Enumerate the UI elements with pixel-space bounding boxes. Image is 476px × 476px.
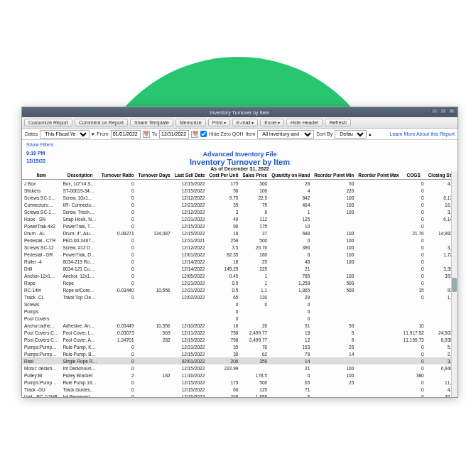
col-header[interactable]: Cost Per Unit <box>207 171 240 180</box>
cell: Snap Hook, N… <box>60 215 99 222</box>
table-row[interactable]: Pedestal - CTRPED-00-3487…012/31/2021258… <box>22 237 458 244</box>
col-header[interactable]: Quantity on Hand <box>269 171 312 180</box>
table-row[interactable]: Screws:SC-12Screw, #12 D…012/12/20223.52… <box>22 244 458 251</box>
col-header[interactable]: COGS <box>401 171 426 180</box>
from-date-input[interactable] <box>111 130 141 139</box>
col-header[interactable]: Reorder Point Min <box>312 171 356 180</box>
col-header[interactable]: Turnover Days <box>136 171 173 180</box>
excel-button[interactable]: Excel <box>260 119 284 126</box>
cell <box>356 194 401 201</box>
share-template-button[interactable]: Share Template <box>130 119 173 126</box>
toolbar: Customize Report Comment on Report Share… <box>22 117 458 129</box>
table-row[interactable]: Anchor:adhe…Adhesive, An…0.0344910,55612… <box>22 322 458 329</box>
item-select[interactable]: All inventory and ass… <box>257 130 314 139</box>
table-row[interactable]: Unit - RC-1/2HPInf Recessed…012/15/20227… <box>22 393 458 397</box>
table-row[interactable]: Connectors:…I/R- Connecto…012/21/2022357… <box>22 201 458 208</box>
email-button[interactable]: E-mail <box>232 119 259 126</box>
table-row[interactable]: Pulley:BrPulley Bracket218211/16/2022178… <box>22 372 458 379</box>
table-row[interactable]: Screws00000 <box>22 301 458 308</box>
comment-report-button[interactable]: Comment on Report <box>75 119 128 126</box>
table-row[interactable]: J BoxBox, 1/2"x4 S…012/15/20221753002650… <box>22 180 458 188</box>
cell: 12/31/2021 <box>173 237 207 244</box>
cell: 50 <box>312 180 356 188</box>
sort-asc-icon[interactable]: ▴ <box>369 131 372 137</box>
cell: 182 <box>136 372 173 379</box>
report-title-block: Advanced Inventory File Inventory Turnov… <box>22 151 458 171</box>
report-table-wrap: ItemDescriptionTurnover RatioTurnover Da… <box>22 171 458 397</box>
table-row[interactable]: Pool Covers0000 <box>22 315 458 322</box>
col-header[interactable]: Sales Price <box>240 171 269 180</box>
cell: 11/16/2022 <box>173 372 207 379</box>
refresh-button[interactable]: Refresh <box>325 119 351 126</box>
to-date-input[interactable] <box>159 130 189 139</box>
print-button[interactable]: Print <box>208 119 230 126</box>
cell: 0 <box>99 258 136 265</box>
hide-zero-label: Hide Zero QOH <box>209 131 244 136</box>
cell: 12/31/2022 <box>173 286 207 293</box>
table-row[interactable]: Pedestal - DRPowerTrak, D…012/01/202282.… <box>22 251 458 258</box>
cell: 175 <box>207 379 240 386</box>
cell: 65 <box>207 293 240 301</box>
cell <box>136 293 173 301</box>
cell <box>60 301 99 308</box>
customize-report-button[interactable]: Customize Report <box>24 119 72 126</box>
table-row[interactable]: Hook - SNSnap Hook, N…012/31/20224911212… <box>22 215 458 222</box>
dates-select[interactable]: This Fiscal Year <box>40 130 90 139</box>
hide-header-button[interactable]: Hide Header <box>286 119 323 126</box>
table-row[interactable]: ReelSingle Rope R…002/01/20222003501403,… <box>22 357 458 364</box>
table-row[interactable]: Track -CLTrack Top Cle…012/02/2022651302… <box>22 293 458 301</box>
table-row[interactable]: Track -GUTrack Guides…012/15/20226012571… <box>22 386 458 393</box>
cell <box>356 237 401 244</box>
col-header[interactable]: Turnover Ratio <box>99 171 136 180</box>
table-row[interactable]: PowerTrak-4x2PowerTrak, T…012/15/2022901… <box>22 222 458 229</box>
cell: 49 <box>207 215 240 222</box>
table-row[interactable]: Pool Covers:C…Pool Cover, A…1.2470128212… <box>22 336 458 343</box>
calendar-icon[interactable]: 📅 <box>143 131 150 138</box>
cell: 100 <box>312 251 356 258</box>
cell: 26 <box>269 180 312 188</box>
col-header[interactable]: Description <box>60 171 99 180</box>
scroll-thumb[interactable] <box>452 278 457 292</box>
cell <box>99 315 136 322</box>
memorize-button[interactable]: Memorize <box>175 119 206 126</box>
table-row[interactable]: Pumps:Pump…Rule Pump, K…012/31/202235701… <box>22 343 458 350</box>
cell: 222.99 <box>207 364 240 372</box>
cell: 0 <box>99 279 136 286</box>
calendar-icon[interactable]: 📅 <box>191 131 198 138</box>
col-header[interactable]: Last Sell Date <box>173 171 207 180</box>
cell: 0 <box>401 180 426 188</box>
table-row[interactable]: Drill8034-121 Co…012/14/2022145.25225210… <box>22 265 458 272</box>
table-row[interactable]: Screws:SC-1…Screw, 10x1…012/12/20229.752… <box>22 194 458 201</box>
cell: 35 <box>207 201 240 208</box>
table-row[interactable]: StickersST-00019-34…012/15/2022501004220… <box>22 187 458 194</box>
table-row[interactable]: Drum - ALDrum, 4", Alu…0.08271134,08712/… <box>22 229 458 237</box>
show-filters-link[interactable]: Show Filters <box>22 140 458 149</box>
maximize-button[interactable]: □ <box>440 108 447 114</box>
table-row[interactable]: Roller -48034-219 Ro…012/14/202218254810… <box>22 258 458 265</box>
table-row[interactable]: Pool Covers:C…Pool Cover, L…0.0307356912… <box>22 329 458 336</box>
table-row[interactable]: Pumps:Pump…Rule Pump 18…012/15/202217550… <box>22 379 458 386</box>
hide-zero-qoh-checkbox[interactable] <box>200 131 207 137</box>
col-header[interactable]: Item <box>22 171 60 180</box>
cell: Rope w/Core… <box>60 286 99 293</box>
table-row[interactable]: Motor: deckm…Inf Deckmoun…012/15/2022222… <box>22 364 458 372</box>
sortby-select[interactable]: Default <box>335 130 367 139</box>
table-row[interactable]: Pumps00 <box>22 308 458 315</box>
table-row[interactable]: Screws:SC-1…Screw, Trech…012/12/20223611… <box>22 208 458 215</box>
table-row[interactable]: RC-14inRope w/Core…0.0344010,55612/31/20… <box>22 286 458 293</box>
learn-more-link[interactable]: Learn More About this Report <box>390 131 455 136</box>
cell: 134,087 <box>136 229 173 237</box>
close-button[interactable]: × <box>448 108 455 114</box>
scrollbar-vertical[interactable] <box>451 171 458 397</box>
cell: 130 <box>240 293 269 301</box>
col-header[interactable]: Reorder Point Max <box>356 171 401 180</box>
table-row[interactable]: Pumps:Pump…Rule Pump, B…012/15/202230627… <box>22 350 458 357</box>
cell: 12/14/2022 <box>173 265 207 272</box>
table-row[interactable]: Anchor-12x1…Anchor, 12x1…012/05/20220.45… <box>22 272 458 279</box>
cell: 0 <box>269 308 312 315</box>
cell: 100 <box>312 201 356 208</box>
cell <box>356 258 401 265</box>
minimize-button[interactable]: – <box>431 108 438 114</box>
cell: 100 <box>312 364 356 372</box>
table-row[interactable]: RopeRope012/21/20220.511,258500062512.56… <box>22 279 458 286</box>
